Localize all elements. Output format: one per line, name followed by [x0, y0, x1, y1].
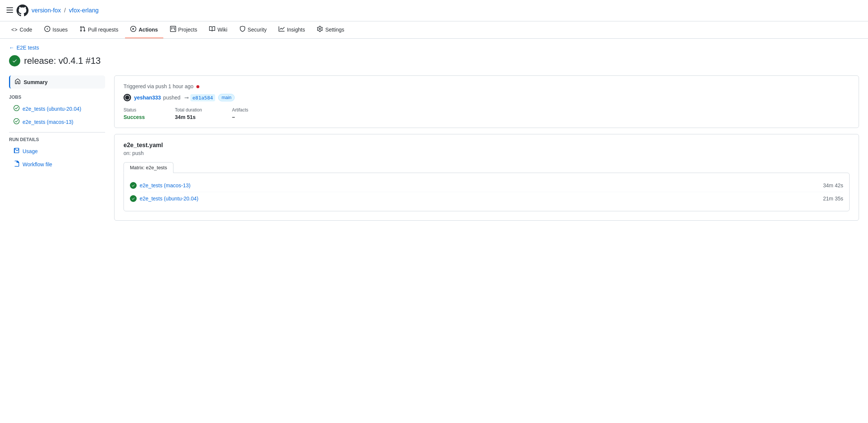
nav-item-insights[interactable]: Insights [273, 21, 310, 38]
notification-dot [196, 85, 199, 88]
repo-path: version-fox / vfox-erlang [32, 7, 99, 14]
commit-arrow-icon: ⊸ [184, 95, 189, 101]
status-value: Success [124, 114, 145, 120]
path-separator: / [64, 7, 66, 14]
workflow-card: e2e_test.yaml on: push Matrix: e2e_tests… [114, 134, 859, 221]
nav-label-issues: Issues [53, 27, 68, 33]
repo-nav: <> Code Issues Pull requests Actions Pro… [0, 21, 868, 39]
code-icon: <> [11, 27, 17, 33]
ubuntu-success-icon [130, 195, 137, 202]
run-title: release: v0.4.1 #13 [24, 56, 101, 66]
info-card: Triggered via push 1 hour ago yeshan333 … [114, 75, 859, 128]
github-logo [17, 5, 29, 17]
nav-label-security: Security [248, 27, 267, 33]
branch-badge[interactable]: main [218, 94, 235, 101]
nav-label-code: Code [20, 27, 32, 33]
nav-item-pullrequests[interactable]: Pull requests [74, 21, 124, 38]
info-meta-row: Status Success Total duration 34m 51s Ar… [124, 107, 850, 120]
repo-name-link[interactable]: vfox-erlang [69, 7, 99, 14]
sidebar-usage-label: Usage [23, 148, 38, 154]
commit-hash[interactable]: e81a584 [190, 94, 215, 101]
nav-label-insights: Insights [287, 27, 305, 33]
ubuntu-job-duration: 21m 35s [823, 196, 843, 202]
workflow-file-icon [14, 161, 20, 168]
home-icon [15, 78, 21, 86]
sidebar-workflow-file[interactable]: Workflow file [9, 158, 105, 170]
status-label: Status [124, 107, 145, 113]
back-link[interactable]: ← E2E tests [9, 45, 859, 51]
sidebar-jobs-label: Jobs [9, 95, 105, 100]
artifacts-meta: Artifacts – [232, 107, 248, 120]
duration-label: Total duration [175, 107, 202, 113]
nav-label-pullrequests: Pull requests [88, 27, 118, 33]
matrix-tab[interactable]: Matrix: e2e_tests [124, 162, 173, 173]
actor-avatar [124, 94, 131, 101]
hamburger-menu[interactable] [6, 6, 14, 15]
sidebar-job-macos-label: e2e_tests (macos-13) [23, 119, 73, 125]
sidebar-divider [9, 132, 105, 132]
security-icon [240, 26, 246, 33]
main-container: ← E2E tests release: v0.4.1 #13 Summary … [0, 39, 868, 227]
workflow-trigger: on: push [124, 150, 850, 156]
issues-icon [44, 26, 50, 33]
sidebar-summary-label: Summary [24, 79, 48, 85]
sidebar-workflow-file-label: Workflow file [23, 161, 52, 167]
matrix-job-macos: e2e_tests (macos-13) 34m 42s [130, 179, 843, 192]
status-meta: Status Success [124, 107, 145, 120]
back-arrow-icon: ← [9, 45, 14, 51]
nav-item-actions[interactable]: Actions [125, 21, 163, 38]
main-content: Triggered via push 1 hour ago yeshan333 … [114, 75, 859, 221]
job-success-icon-ubuntu [14, 105, 20, 112]
nav-left: version-fox / vfox-erlang [6, 5, 99, 17]
duration-value: 34m 51s [175, 114, 202, 120]
repo-owner-link[interactable]: version-fox [32, 7, 61, 14]
macos-job-duration: 34m 42s [823, 182, 843, 188]
pushed-text: pushed [163, 95, 181, 101]
sidebar-usage[interactable]: Usage [9, 145, 105, 157]
wiki-icon [209, 26, 215, 33]
content-layout: Summary Jobs e2e_tests (ubuntu-20.04) e2… [9, 75, 859, 221]
page-title: release: v0.4.1 #13 [9, 55, 859, 66]
macos-success-icon [130, 182, 137, 189]
nav-label-actions: Actions [139, 27, 158, 33]
nav-item-security[interactable]: Security [234, 21, 272, 38]
back-link-text: E2E tests [17, 45, 39, 51]
nav-item-wiki[interactable]: Wiki [204, 21, 232, 38]
nav-label-settings: Settings [325, 27, 344, 33]
pr-icon [80, 26, 86, 33]
macos-job-name[interactable]: e2e_tests (macos-13) [140, 182, 820, 188]
artifacts-value: – [232, 114, 248, 120]
trigger-text: Triggered via push 1 hour ago [124, 83, 235, 89]
actor-name[interactable]: yeshan333 [134, 95, 161, 101]
sidebar-job-ubuntu-label: e2e_tests (ubuntu-20.04) [23, 106, 81, 112]
nav-item-code[interactable]: <> Code [6, 22, 38, 38]
sidebar: Summary Jobs e2e_tests (ubuntu-20.04) e2… [9, 75, 114, 221]
top-nav: version-fox / vfox-erlang [0, 0, 868, 21]
sidebar-job-ubuntu[interactable]: e2e_tests (ubuntu-20.04) [9, 103, 105, 114]
matrix-content: e2e_tests (macos-13) 34m 42s e2e_tests (… [124, 173, 850, 211]
usage-icon [14, 148, 20, 155]
run-status-icon [9, 55, 20, 66]
sidebar-item-summary[interactable]: Summary [9, 75, 105, 89]
ubuntu-job-name[interactable]: e2e_tests (ubuntu-20.04) [140, 196, 820, 202]
nav-item-projects[interactable]: Projects [165, 21, 203, 38]
actions-icon [130, 26, 136, 33]
projects-icon [170, 26, 176, 33]
insights-icon [279, 26, 285, 33]
sidebar-run-details-label: Run details [9, 137, 105, 142]
sidebar-job-macos[interactable]: e2e_tests (macos-13) [9, 116, 105, 128]
nav-label-projects: Projects [178, 27, 197, 33]
job-success-icon-macos [14, 118, 20, 125]
matrix-container: Matrix: e2e_tests e2e_tests (macos-13) 3… [124, 162, 850, 211]
settings-icon [317, 26, 323, 33]
duration-meta: Total duration 34m 51s [175, 107, 202, 120]
artifacts-label: Artifacts [232, 107, 248, 113]
workflow-filename: e2e_test.yaml [124, 142, 850, 149]
nav-item-issues[interactable]: Issues [39, 21, 73, 38]
matrix-job-ubuntu: e2e_tests (ubuntu-20.04) 21m 35s [130, 192, 843, 205]
nav-item-settings[interactable]: Settings [312, 21, 350, 38]
nav-label-wiki: Wiki [217, 27, 227, 33]
